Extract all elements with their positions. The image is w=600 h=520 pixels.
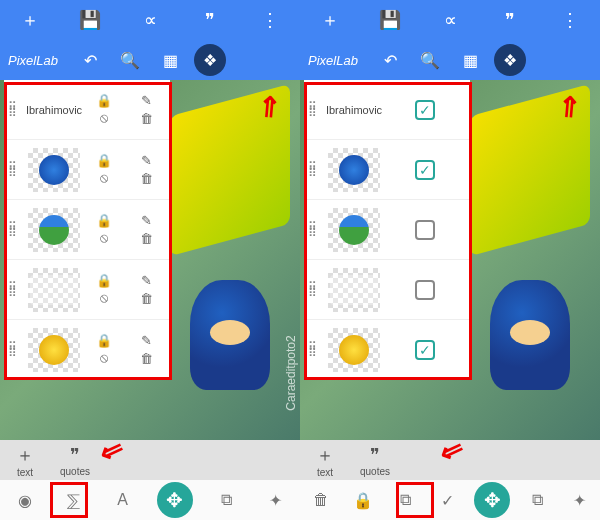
visibility-off-icon[interactable]: ⦸ — [84, 290, 124, 306]
edit-icon[interactable]: ✎ — [126, 153, 166, 168]
delete-icon[interactable]: 🗑 — [126, 110, 166, 126]
tool-text[interactable]: ＋text — [0, 443, 50, 478]
layer-thumb — [28, 148, 80, 192]
move-fab[interactable]: ✥ — [157, 482, 193, 518]
drag-handle-icon[interactable]: ⠿⠿ — [308, 224, 324, 236]
layer-row[interactable]: ⠿⠿ — [304, 200, 470, 260]
drag-handle-icon[interactable]: ⠿⠿ — [8, 284, 24, 296]
topbar: ＋ 💾 ∝ ❞ ⋮ — [300, 0, 600, 40]
copy-icon[interactable]: ⧉ — [522, 485, 552, 515]
lock-icon[interactable]: 🔒 — [84, 333, 124, 348]
visibility-off-icon[interactable]: ⦸ — [84, 230, 124, 246]
tool-quotes[interactable]: ❞quotes — [350, 444, 400, 477]
quote-icon[interactable]: ❞ — [198, 8, 222, 32]
layer-row[interactable]: ⠿⠿ 🔒 ✎ ⦸ 🗑 — [4, 200, 170, 260]
drag-handle-icon[interactable]: ⠿⠿ — [8, 164, 24, 176]
layers-button[interactable]: ❖ — [190, 40, 230, 80]
delete-icon[interactable]: 🗑 — [126, 230, 166, 246]
menu-icon[interactable]: ⋮ — [558, 8, 582, 32]
drag-handle-icon[interactable]: ⠿⠿ — [8, 344, 24, 356]
list-icon[interactable]: ⅀ — [59, 485, 89, 515]
drag-handle-icon[interactable]: ⠿⠿ — [308, 344, 324, 356]
brand-label: PixelLab — [0, 53, 70, 68]
add-icon[interactable]: ＋ — [318, 8, 342, 32]
visibility-off-icon[interactable]: ⦸ — [84, 170, 124, 186]
layer-thumb — [28, 328, 80, 372]
delete-icon[interactable]: 🗑 — [306, 485, 336, 515]
layer-row[interactable]: ⠿⠿ 🔒 ✎ ⦸ 🗑 — [4, 260, 170, 320]
tool-label: text — [317, 467, 333, 478]
save-icon[interactable]: 💾 — [378, 8, 402, 32]
color-icon[interactable]: ◉ — [10, 485, 40, 515]
lock-icon[interactable]: 🔒 — [84, 153, 124, 168]
lock-icon[interactable]: 🔒 — [348, 485, 378, 515]
magic-icon[interactable]: ✦ — [564, 485, 594, 515]
layers-panel: ⠿⠿ Ibrahimovic 🔒 ✎ ⦸ 🗑 ⠿⠿ 🔒 ✎ ⦸ 🗑 ⠿⠿ — [4, 80, 170, 380]
drag-handle-icon[interactable]: ⠿⠿ — [308, 284, 324, 296]
delete-icon[interactable]: 🗑 — [126, 350, 166, 366]
canvas-accent — [470, 84, 590, 256]
visibility-off-icon[interactable]: ⦸ — [84, 110, 124, 126]
lock-icon[interactable]: 🔒 — [84, 273, 124, 288]
delete-icon[interactable]: 🗑 — [126, 170, 166, 186]
layer-thumb — [328, 148, 380, 192]
font-icon[interactable]: A — [108, 485, 138, 515]
add-icon[interactable]: ＋ — [18, 8, 42, 32]
menu-icon[interactable]: ⋮ — [258, 8, 282, 32]
layer-thumb-text: Ibrahimovic — [328, 88, 380, 132]
edit-icon[interactable]: ✎ — [126, 273, 166, 288]
magic-icon[interactable]: ✦ — [261, 485, 291, 515]
layer-row[interactable]: ⠿⠿ ✓ — [304, 140, 470, 200]
layer-thumb — [28, 268, 80, 312]
edit-icon[interactable]: ✎ — [126, 213, 166, 228]
quote-icon[interactable]: ❞ — [498, 8, 522, 32]
layer-row[interactable]: ⠿⠿ Ibrahimovic 🔒 ✎ ⦸ 🗑 — [4, 80, 170, 140]
toolbar: ＋text ❞quotes — [0, 440, 300, 480]
merge-icon[interactable]: ⧉ — [390, 485, 420, 515]
watermark: Caraeditpoto2 — [283, 335, 297, 410]
tool-text[interactable]: ＋text — [300, 443, 350, 478]
layer-thumb — [328, 328, 380, 372]
drag-handle-icon[interactable]: ⠿⠿ — [8, 224, 24, 236]
share-icon[interactable]: ∝ — [438, 8, 462, 32]
tool-label: quotes — [360, 466, 390, 477]
subbar: PixelLab ↶ 🔍 ▦ ❖ — [300, 40, 600, 80]
layer-row[interactable]: ⠿⠿ 🔒 ✎ ⦸ 🗑 — [4, 140, 170, 200]
lock-icon[interactable]: 🔒 — [84, 213, 124, 228]
copy-icon[interactable]: ⧉ — [212, 485, 242, 515]
layer-row[interactable]: ⠿⠿ ✓ — [304, 320, 470, 380]
grid-icon[interactable]: ▦ — [150, 51, 190, 70]
layer-row[interactable]: ⠿⠿ 🔒 ✎ ⦸ 🗑 — [4, 320, 170, 380]
drag-handle-icon[interactable]: ⠿⠿ — [308, 104, 324, 116]
lock-icon[interactable]: 🔒 — [84, 93, 124, 108]
checkbox-icon[interactable]: ✓ — [415, 340, 435, 360]
subbar: PixelLab ↶ 🔍 ▦ ❖ — [0, 40, 300, 80]
tool-label: text — [17, 467, 33, 478]
drag-handle-icon[interactable]: ⠿⠿ — [8, 104, 24, 116]
checkbox-icon[interactable] — [415, 220, 435, 240]
edit-icon[interactable]: ✎ — [126, 93, 166, 108]
layer-row[interactable]: ⠿⠿ Ibrahimovic ✓ — [304, 80, 470, 140]
checkbox-icon[interactable] — [415, 280, 435, 300]
zoom-icon[interactable]: 🔍 — [410, 51, 450, 70]
layer-thumb — [328, 208, 380, 252]
bottombar: 🗑 🔒 ⧉ ✓ ✥ ⧉ ✦ — [300, 480, 600, 520]
share-icon[interactable]: ∝ — [138, 8, 162, 32]
checkbox-icon[interactable]: ✓ — [415, 160, 435, 180]
visibility-off-icon[interactable]: ⦸ — [84, 350, 124, 366]
confirm-icon[interactable]: ✓ — [432, 485, 462, 515]
layer-row[interactable]: ⠿⠿ — [304, 260, 470, 320]
tool-quotes[interactable]: ❞quotes — [50, 444, 100, 477]
delete-icon[interactable]: 🗑 — [126, 290, 166, 306]
zoom-icon[interactable]: 🔍 — [110, 51, 150, 70]
edit-icon[interactable]: ✎ — [126, 333, 166, 348]
drag-handle-icon[interactable]: ⠿⠿ — [308, 164, 324, 176]
undo-icon[interactable]: ↶ — [370, 51, 410, 70]
undo-icon[interactable]: ↶ — [70, 51, 110, 70]
checkbox-icon[interactable]: ✓ — [415, 100, 435, 120]
topbar: ＋ 💾 ∝ ❞ ⋮ — [0, 0, 300, 40]
move-fab[interactable]: ✥ — [474, 482, 510, 518]
save-icon[interactable]: 💾 — [78, 8, 102, 32]
layers-button[interactable]: ❖ — [490, 40, 530, 80]
grid-icon[interactable]: ▦ — [450, 51, 490, 70]
